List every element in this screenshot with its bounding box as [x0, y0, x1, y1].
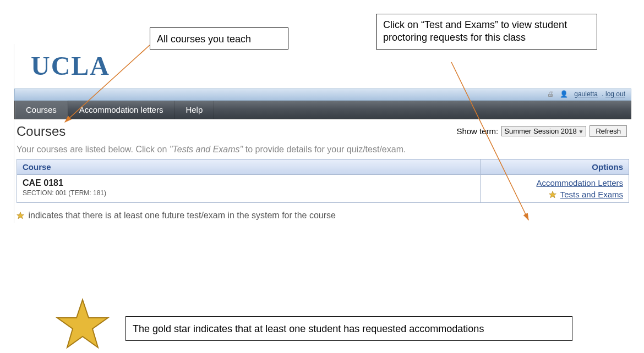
link-accommodation-letters[interactable]: Accommodation Letters: [536, 178, 623, 187]
annotation-gold-star: The gold star indicates that at least on…: [125, 316, 572, 341]
course-code: CAE 0181: [23, 178, 474, 188]
main-nav: Courses Accommodation letters Help: [14, 101, 631, 119]
star-icon: [17, 212, 24, 219]
term-select[interactable]: Summer Session 2018: [501, 126, 586, 136]
table-row: CAE 0181 SECTION: 001 (TERM: 181) Accomm…: [17, 175, 629, 203]
user-strip: 🖨 👤 gauletta . log out: [14, 89, 631, 101]
star-icon-large: [55, 297, 110, 352]
annotation-tests-exams: Click on “Test and Exams” to view studen…: [376, 14, 597, 49]
nav-help[interactable]: Help: [174, 101, 214, 119]
print-icon[interactable]: 🖨: [547, 90, 554, 98]
hint-text: Your courses are listed below. Click on …: [17, 145, 629, 155]
brand-logo: UCLA: [14, 44, 631, 89]
show-term-label: Show term:: [456, 126, 498, 136]
courses-table: Course Options CAE 0181 SECTION: 001 (TE…: [17, 159, 629, 203]
svg-marker-4: [17, 212, 24, 219]
app-window: UCLA 🖨 👤 gauletta . log out Courses Acco…: [14, 44, 631, 223]
svg-marker-3: [549, 191, 556, 198]
course-section: SECTION: 001 (TERM: 181): [23, 189, 474, 197]
annotation-all-courses: All courses you teach: [150, 27, 288, 49]
star-icon: [549, 191, 556, 198]
col-options: Options: [481, 159, 629, 175]
col-course: Course: [17, 159, 481, 175]
link-tests-and-exams[interactable]: Tests and Exams: [560, 190, 623, 199]
page-title: Courses: [17, 123, 66, 139]
refresh-button[interactable]: Refresh: [590, 125, 627, 137]
nav-courses[interactable]: Courses: [15, 101, 68, 119]
logout-link[interactable]: log out: [605, 90, 625, 98]
svg-marker-2: [57, 300, 108, 348]
nav-accommodation-letters[interactable]: Accommodation letters: [68, 101, 175, 119]
username-link[interactable]: gauletta: [574, 90, 598, 98]
legend: indicates that there is at least one fut…: [17, 211, 629, 220]
person-icon: 👤: [560, 90, 568, 98]
